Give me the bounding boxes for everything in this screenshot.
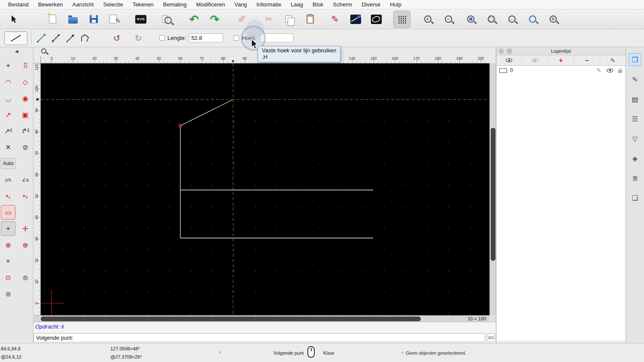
edit-layer-button[interactable]: ✎: [600, 55, 626, 65]
menu-item-vang[interactable]: Vang: [230, 0, 252, 9]
cut-button[interactable]: ✂: [260, 11, 277, 28]
snap-grid-icon[interactable]: ⠿: [18, 58, 33, 73]
dock-clipboard-icon[interactable]: ❏: [629, 191, 641, 204]
segment-redo-button[interactable]: ↻: [132, 32, 145, 45]
polyline-button[interactable]: [79, 32, 91, 45]
snap-divide-icon[interactable]: ↱²: [18, 124, 33, 138]
layer-row[interactable]: 0 ✎: [497, 66, 626, 75]
ellipse-settings-button[interactable]: [368, 11, 385, 28]
snap-entity-icon[interactable]: ◡: [1, 91, 15, 106]
current-tool-button[interactable]: [4, 31, 27, 45]
menu-item-informatie[interactable]: Informatie: [252, 0, 286, 9]
grid-toggle-button[interactable]: [393, 11, 410, 28]
dock-properties-icon[interactable]: ❐: [629, 53, 641, 66]
layer-edit-icon[interactable]: ✎: [596, 67, 601, 74]
svg-export-button[interactable]: SVG: [132, 11, 149, 28]
menu-item-aanzicht[interactable]: Aanzicht: [68, 0, 99, 9]
add-layer-button[interactable]: +: [548, 55, 574, 65]
dock-commands-icon[interactable]: ≣: [629, 172, 641, 184]
layer-visible-icon[interactable]: [607, 69, 613, 72]
zoom-window-button[interactable]: [524, 11, 541, 28]
open-file-button[interactable]: [64, 11, 82, 28]
menu-item-tekenen[interactable]: Tekenen: [128, 0, 158, 9]
zoom-selection-button[interactable]: [483, 11, 500, 28]
float-panel-button[interactable]: ❐: [507, 48, 512, 54]
drawing-svg[interactable]: [41, 63, 489, 315]
edit-drawing-button[interactable]: ✎: [106, 11, 123, 28]
line-2p-button[interactable]: [35, 32, 48, 45]
redo-button[interactable]: ↷: [206, 11, 223, 28]
snap-free-icon[interactable]: +: [1, 58, 15, 73]
print-preview-button[interactable]: [158, 11, 175, 28]
new-document-button[interactable]: ✦: [44, 11, 61, 28]
lock-zero-icon[interactable]: ⊛: [1, 287, 15, 301]
menu-item-bemating[interactable]: Bemating: [158, 0, 191, 9]
paste-button[interactable]: [301, 11, 319, 28]
line-angle-button[interactable]: [64, 32, 77, 45]
selection-box-icon[interactable]: ▭: [1, 205, 15, 220]
zoom-previous-button[interactable]: ←: [503, 11, 520, 28]
h-scrollbar[interactable]: 10 < 100: [33, 315, 489, 322]
line-settings-button[interactable]: [347, 11, 364, 28]
angle-input[interactable]: [259, 33, 294, 42]
menu-item-bewerken[interactable]: Bewerken: [33, 0, 68, 9]
snap-lock-icon[interactable]: ⊙: [1, 270, 15, 285]
v-scroll-thumb[interactable]: [491, 128, 495, 261]
command-input[interactable]: Volgende punt:: [33, 333, 485, 342]
zoom-auto-button[interactable]: [462, 11, 479, 28]
select-tool-button[interactable]: [5, 11, 22, 28]
snap-endpoint-icon[interactable]: ◠: [1, 75, 15, 89]
delete-button[interactable]: ✐: [234, 11, 251, 28]
crosshair-icon[interactable]: ✛: [18, 221, 33, 236]
menu-item-blok[interactable]: Blok: [308, 0, 328, 9]
length-input[interactable]: [189, 33, 223, 42]
menu-item-laag[interactable]: Laag: [286, 0, 308, 9]
ruler-zoom-icon[interactable]: [41, 48, 46, 54]
dock-filter-icon[interactable]: ▽: [629, 132, 641, 145]
copy-button[interactable]: [281, 11, 298, 28]
line-bidirectional-button[interactable]: [49, 32, 62, 45]
angle-lock-checkbox[interactable]: [234, 35, 239, 41]
command-dock-button[interactable]: [487, 333, 495, 342]
zoom-out-button[interactable]: −: [440, 11, 457, 28]
snap-intersection-icon[interactable]: ✕: [1, 140, 15, 154]
dock-list-icon[interactable]: ☰: [629, 112, 641, 125]
snap-distance-icon[interactable]: ↗²: [1, 124, 15, 138]
snap-tangent-icon[interactable]: ↗: [1, 107, 15, 122]
save-button[interactable]: [85, 11, 102, 28]
h-scroll-thumb[interactable]: [41, 317, 421, 321]
crosshair-plus-icon[interactable]: +: [1, 221, 15, 236]
snap-settings-2-icon[interactable]: •₂: [18, 189, 33, 203]
lock-relative-zero-icon[interactable]: ⊚: [18, 270, 33, 285]
restrict-angle-icon[interactable]: ∠a: [18, 172, 33, 187]
snap-intersection-manual-icon[interactable]: ⊘: [18, 140, 33, 154]
snap-settings-1-icon[interactable]: •₁: [1, 189, 15, 203]
protractor-icon[interactable]: ⌖: [1, 254, 15, 268]
collapse-palette-button[interactable]: ◀: [2, 49, 32, 57]
hide-all-layers-button[interactable]: [522, 55, 548, 65]
dock-page-icon[interactable]: ▤: [629, 93, 641, 106]
menu-item-scherm[interactable]: Scherm: [328, 0, 357, 9]
snap-auto-button[interactable]: Auto: [1, 158, 15, 169]
show-all-layers-button[interactable]: [496, 55, 522, 65]
v-scrollbar[interactable]: [489, 63, 496, 315]
remove-layer-button[interactable]: −: [574, 55, 600, 65]
snap-middle-icon[interactable]: ▣: [18, 107, 33, 122]
menu-item-modificeren[interactable]: Modificeren: [191, 0, 230, 9]
relative-zero-icon[interactable]: ⊕: [1, 238, 15, 252]
dock-library-icon[interactable]: ✎: [629, 73, 641, 86]
snap-center-icon[interactable]: ◉: [18, 91, 33, 106]
dock-tag-icon[interactable]: ◈: [629, 152, 641, 165]
zoom-in-button[interactable]: +: [419, 11, 436, 28]
snap-point-icon[interactable]: ◇: [18, 75, 33, 89]
relative-zero-set-icon[interactable]: ⊕: [18, 238, 33, 252]
pen-edit-button[interactable]: ✎: [326, 11, 343, 28]
menu-item-selectie[interactable]: Selectie: [98, 0, 128, 9]
menu-item-bestand[interactable]: Bestand: [3, 0, 33, 9]
zoom-pan-button[interactable]: ✛: [544, 11, 562, 28]
drawing-canvas[interactable]: [41, 63, 489, 315]
length-lock-checkbox[interactable]: [159, 35, 165, 41]
layer-lock-icon[interactable]: [618, 70, 622, 73]
segment-undo-button[interactable]: ↺: [110, 32, 123, 45]
undo-button[interactable]: ↶: [185, 11, 203, 28]
